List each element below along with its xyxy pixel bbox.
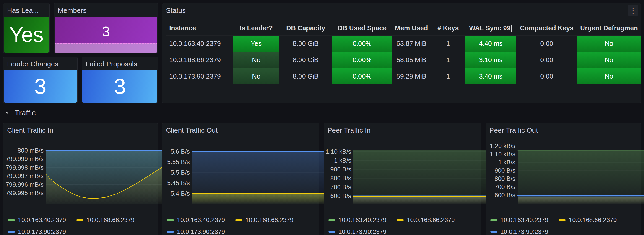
legend-swatch (397, 219, 404, 221)
cell-db-used-space: 0.00% (332, 52, 392, 68)
y-tick-label: 1.20 kB/s (490, 143, 516, 149)
legend: 10.0.163.40:237910.0.168.66:237910.0.173… (328, 216, 479, 235)
panel-title[interactable]: Peer Traffic In (328, 126, 370, 134)
y-tick-label: 1 kB/s (334, 157, 351, 164)
panel-title[interactable]: Failed Proposals (86, 60, 137, 68)
y-tick-label: 900 B/s (330, 166, 351, 173)
column-header-db-capacity[interactable]: DB Capacity (279, 21, 332, 35)
legend-swatch (8, 219, 15, 221)
legend: 10.0.163.40:237910.0.168.66:237910.0.173… (8, 216, 156, 235)
stat-value: 3 (114, 76, 126, 97)
column-header-keys[interactable]: # Keys (431, 21, 466, 35)
legend-label: 10.0.163.40:2379 (177, 217, 225, 224)
dashboard: Has Lea... Yes Members 3 Leader Changes … (0, 0, 644, 235)
legend-label: 10.0.163.40:2379 (338, 217, 386, 224)
legend-label: 10.0.173.90:2379 (18, 229, 66, 235)
legend-item[interactable]: 10.0.163.40:2379 (167, 216, 225, 224)
cell-is-leader: Yes (233, 35, 279, 52)
y-tick-label: 800 B/s (330, 175, 351, 182)
cell-mem-used: 58.05 MiB (392, 52, 431, 68)
panel-client-traffic-in: Client Traffic In 800 mB/s799.999 mB/s79… (3, 123, 158, 235)
y-tick-label: 800 mB/s (18, 147, 44, 154)
y-tick-label: 800 B/s (494, 175, 516, 182)
panel-title[interactable]: Has Lea... (7, 6, 39, 14)
legend-label: 10.0.173.90:2379 (500, 229, 548, 235)
legend-swatch (490, 231, 497, 233)
legend-item[interactable]: 10.0.163.40:2379 (490, 216, 548, 224)
cell-db-capacity: 8.00 GiB (279, 52, 332, 68)
cell-compacted-keys: 0.00 (516, 52, 578, 68)
legend-item[interactable]: 10.0.173.90:2379 (328, 228, 386, 235)
cell-db-used-space: 0.00% (332, 68, 392, 84)
cell-wal-sync: 3.10 ms (466, 52, 516, 68)
column-header-urgent-defragment[interactable]: Urgent Defragmen (578, 21, 640, 35)
legend: 10.0.163.40:237910.0.168.66:237910.0.173… (167, 216, 317, 235)
kebab-menu-icon: ⋮ (630, 7, 637, 14)
panel-menu-button[interactable]: ⋮ (628, 5, 638, 16)
column-header-db-used-space[interactable]: DB Used Space (332, 21, 392, 35)
chart-plot-area[interactable]: 800 mB/s799.999 mB/s799.998 mB/s799.997 … (4, 146, 154, 204)
chart-plot-area[interactable]: 5.6 B/s5.55 B/s5.5 B/s5.45 B/s5.4 B/s (162, 146, 316, 204)
panel-title[interactable]: Client Traffic Out (166, 126, 218, 134)
cell-instance: 10.0.173.90:2379 (166, 68, 233, 84)
legend-item[interactable]: 10.0.173.90:2379 (167, 228, 225, 235)
y-tick-label: 1.10 kB/s (326, 148, 351, 155)
panel-title[interactable]: Peer Traffic Out (490, 126, 538, 134)
cell-wal-sync: 3.40 ms (466, 68, 516, 84)
legend-item[interactable]: 10.0.163.40:2379 (8, 216, 66, 224)
section-row-traffic[interactable]: Traffic (3, 107, 36, 119)
cell-db-used-space: 0.00% (332, 35, 392, 52)
legend-label: 10.0.168.66:2379 (569, 217, 617, 224)
legend-label: 10.0.168.66:2379 (86, 217, 134, 224)
cell-compacted-keys: 0.00 (516, 68, 578, 84)
column-header-mem-used[interactable]: Mem Used (392, 21, 431, 35)
chart-canvas[interactable] (518, 146, 644, 204)
stat-value: 3 (34, 76, 46, 97)
cell-is-leader: No (233, 68, 279, 84)
y-tick-label: 5.6 B/s (170, 148, 190, 155)
legend-swatch (235, 219, 242, 221)
y-tick-label: 799.999 mB/s (6, 156, 44, 162)
column-header-is-leader[interactable]: Is Leader? (233, 21, 279, 35)
legend-swatch (490, 219, 497, 221)
column-header-instance[interactable]: Instance (166, 21, 233, 35)
panel-peer-traffic-out: Peer Traffic Out 1.20 kB/s1.10 kB/s1 kB/… (486, 123, 641, 235)
legend: 10.0.163.40:237910.0.168.66:237910.0.173… (490, 216, 638, 235)
legend-swatch (167, 219, 174, 221)
panel-members: Members 3 (54, 3, 158, 53)
chart-plot-area[interactable]: 1.10 kB/s1 kB/s900 B/s800 B/s700 B/s600 … (324, 146, 478, 204)
y-axis: 5.6 B/s5.55 B/s5.5 B/s5.45 B/s5.4 B/s (162, 146, 190, 204)
cell-urgent-defragment: No (578, 52, 640, 68)
legend-item[interactable]: 10.0.173.90:2379 (8, 228, 66, 235)
y-axis: 800 mB/s799.999 mB/s799.998 mB/s799.997 … (4, 146, 44, 204)
y-tick-label: 1.10 kB/s (490, 151, 516, 158)
panel-title[interactable]: Leader Changes (7, 60, 58, 68)
table-row: 10.0.163.40:2379 Yes 8.00 GiB 0.00% 63.8… (166, 35, 640, 52)
y-tick-label: 1 kB/s (498, 159, 516, 166)
cell-instance: 10.0.163.40:2379 (166, 35, 233, 52)
legend-item[interactable]: 10.0.163.40:2379 (328, 216, 386, 224)
panel-title[interactable]: Members (58, 6, 86, 14)
legend-item[interactable]: 10.0.173.90:2379 (490, 228, 548, 235)
column-header-compacted-keys[interactable]: Compacted Keys (516, 21, 578, 35)
stat-background: Yes (4, 17, 49, 53)
cell-keys: 1 (431, 52, 466, 68)
stat-value: 3 (102, 24, 110, 38)
table-row: 10.0.168.66:2379 No 8.00 GiB 0.00% 58.05… (166, 52, 640, 68)
legend-item[interactable]: 10.0.168.66:2379 (76, 216, 134, 224)
cell-keys: 1 (431, 68, 466, 84)
legend-item[interactable]: 10.0.168.66:2379 (235, 216, 293, 224)
stat-background: 3 (4, 70, 77, 103)
panel-leader-changes: Leader Changes 3 (3, 57, 78, 103)
legend-item[interactable]: 10.0.168.66:2379 (559, 216, 617, 224)
chart-plot-area[interactable]: 1.20 kB/s1.10 kB/s1 kB/s900 B/s800 B/s70… (486, 146, 637, 204)
column-header-wal-sync[interactable]: WAL Sync 99| (466, 21, 516, 35)
legend-swatch (167, 231, 174, 233)
panel-title[interactable]: Client Traffic In (7, 126, 53, 134)
y-tick-label: 799.997 mB/s (6, 173, 44, 180)
legend-label: 10.0.168.66:2379 (246, 217, 293, 224)
y-tick-label: 600 B/s (494, 192, 516, 199)
legend-item[interactable]: 10.0.168.66:2379 (397, 216, 455, 224)
legend-swatch (559, 219, 566, 221)
panel-title[interactable]: Status (166, 6, 186, 14)
